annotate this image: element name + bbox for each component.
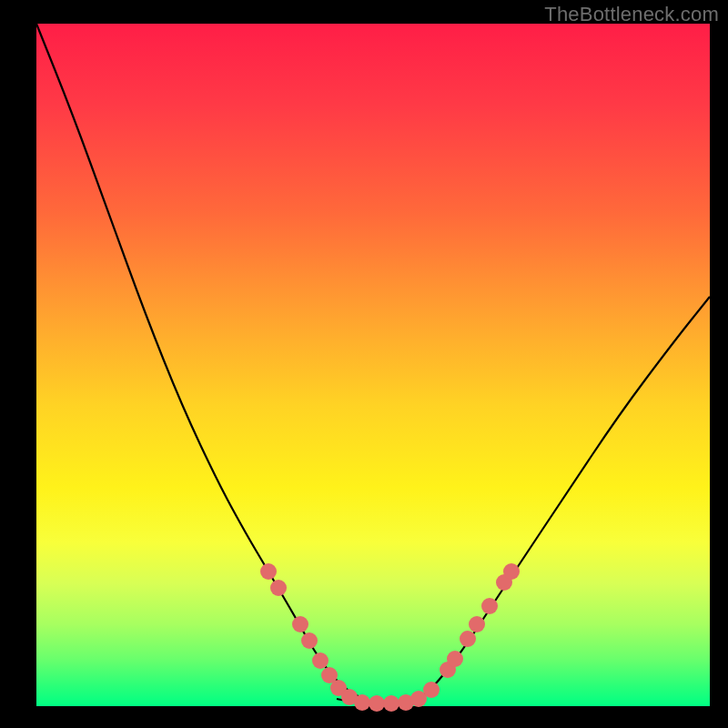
data-marker [469, 616, 485, 632]
data-marker [503, 563, 520, 580]
watermark-text: TheBottleneck.com [544, 3, 719, 26]
data-marker [369, 695, 385, 712]
data-marker [312, 652, 329, 669]
curve-left-branch [36, 24, 364, 699]
data-marker [383, 695, 399, 712]
data-marker [301, 632, 318, 649]
chart-svg [36, 24, 710, 706]
data-marker [270, 580, 287, 596]
data-marker [460, 631, 476, 647]
data-marker [354, 694, 370, 711]
chart-frame: TheBottleneck.com [0, 0, 728, 728]
data-marker [423, 682, 440, 698]
data-marker [292, 616, 308, 632]
data-marker [481, 598, 498, 614]
marker-group [260, 563, 520, 712]
curve-group [36, 24, 710, 703]
data-marker [447, 651, 463, 667]
plot-area [36, 24, 710, 706]
data-marker [260, 563, 277, 580]
